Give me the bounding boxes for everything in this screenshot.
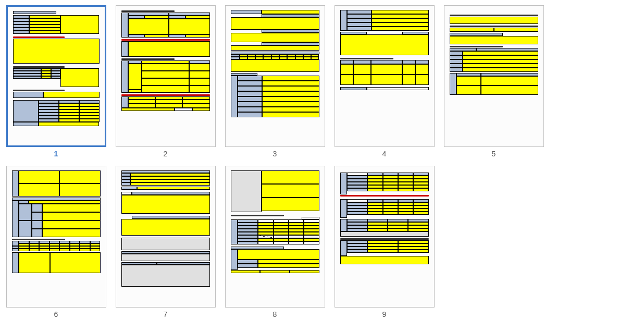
thumbnail-wrapper: 2 [115,5,216,158]
page-thumbnail-1[interactable] [6,5,106,147]
page-number: 6 [54,310,58,318]
page-thumbnail-2[interactable] [116,5,216,147]
thumbnail-wrapper: 4 [333,5,435,158]
page-thumbnail-9[interactable] [335,166,435,308]
thumbnail-wrapper: 5 [443,5,544,158]
thumbnail-wrapper: 1 [5,5,107,158]
page-number: 1 [54,150,58,158]
page-thumbnail-3[interactable] [225,5,325,147]
page-thumbnail-6[interactable] [6,166,106,308]
page-number: 5 [492,150,496,158]
page-number: 3 [273,150,277,158]
page-number: 7 [164,310,168,318]
page-number: 4 [382,150,387,158]
thumbnail-wrapper: 9 [333,166,435,318]
page-number: 8 [273,310,277,318]
thumbnail-wrapper: 3 [224,5,326,158]
page-thumbnail-7[interactable] [116,166,216,308]
thumbnail-wrapper: 8 [224,166,326,318]
page-thumbnail-5[interactable] [444,5,544,147]
thumbnail-wrapper: 7 [115,166,216,318]
thumbnails-grid: 1 [5,5,639,318]
page-thumbnail-8[interactable] [225,166,325,308]
page-number: 2 [164,150,168,158]
page-number: 9 [382,310,387,318]
page-thumbnail-4[interactable] [335,5,435,147]
thumbnail-wrapper: 6 [5,166,107,318]
